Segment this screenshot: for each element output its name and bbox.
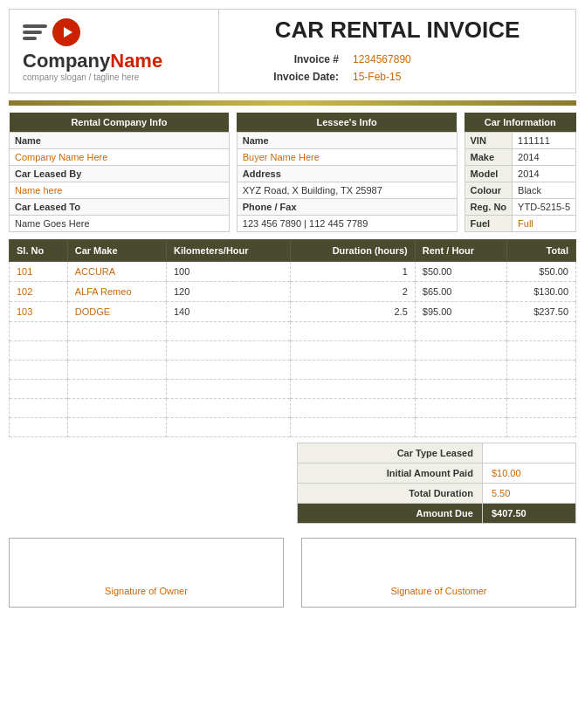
- invoice-date-label: Invoice Date:: [232, 68, 346, 86]
- rc-leased-to-label: Car Leased To: [10, 199, 230, 216]
- rc-leased-by-value: Name here: [10, 182, 230, 199]
- logo-icon-group: [23, 18, 80, 46]
- col-slno: Sl. No: [10, 240, 68, 262]
- le-row-5: Phone / Fax: [237, 199, 457, 216]
- sum-amount-due-label: Amount Due: [298, 504, 483, 524]
- item-3-rent: $95.00: [415, 302, 507, 322]
- col-duration: Duration (hours): [290, 240, 415, 262]
- item-row-2: 102 ALFA Remeo 120 2 $65.00 $130.00: [10, 282, 576, 302]
- car-fuel-label: Fuel: [465, 216, 513, 232]
- car-vin-row: VIN 111111: [465, 133, 575, 149]
- owner-signature-label: Signature of Owner: [20, 586, 272, 596]
- le-fax-value: 112 445 7789: [309, 218, 368, 229]
- invoice-number-label: Invoice #: [232, 51, 346, 68]
- le-row-1: Name: [237, 133, 457, 149]
- item-3-km: 140: [166, 302, 290, 322]
- items-header-row: Sl. No Car Make Kilometers/Hour Duration…: [10, 240, 576, 262]
- rc-leased-to-value: Name Goes Here: [10, 216, 230, 232]
- customer-signature-label: Signature of Customer: [313, 586, 565, 596]
- car-regno-row: Reg. No YTD-5215-5: [465, 199, 575, 216]
- item-2-total: $130.00: [507, 282, 576, 302]
- rc-row-1: Name: [10, 133, 230, 149]
- item-1-make: ACCURA: [67, 262, 166, 282]
- car-regno-value: YTD-5215-5: [513, 199, 576, 216]
- le-address-label: Address: [237, 166, 457, 182]
- rc-name-value: Company Name Here: [10, 149, 230, 166]
- item-3-total: $237.50: [507, 302, 576, 322]
- item-3-make: DODGE: [67, 302, 166, 322]
- company-logo-section: CompanyName company slogan / tagline her…: [10, 10, 219, 93]
- car-colour-row: Colour Black: [465, 182, 575, 199]
- le-row-2: Buyer Name Here: [237, 149, 457, 166]
- rc-name-label: Name: [10, 133, 230, 149]
- logo-lines: [23, 24, 47, 40]
- empty-row-5: [10, 399, 576, 418]
- summary-amount-due-row: Amount Due $407.50: [298, 504, 576, 524]
- invoice-number-value: 1234567890: [346, 51, 562, 68]
- rental-company-heading: Rental Company Info: [10, 113, 230, 133]
- le-row-3: Address: [237, 166, 457, 182]
- lessee-heading: Lessee's Info: [237, 113, 457, 133]
- invoice-info: CAR RENTAL INVOICE Invoice # 1234567890 …: [219, 10, 575, 93]
- car-info-heading: Car Information: [465, 113, 575, 133]
- rc-row-3: Car Leased By: [10, 166, 230, 182]
- car-make-row: Make 2014: [465, 149, 575, 166]
- car-info-table: Car Information VIN 111111 Make 2014 Mod…: [465, 113, 576, 232]
- empty-row-3: [10, 361, 576, 380]
- empty-row-6: [10, 418, 576, 437]
- col-total: Total: [507, 240, 576, 262]
- le-phone-value: 123 456 7890 | 112 445 7789: [237, 216, 457, 232]
- item-2-make: ALFA Remeo: [67, 282, 166, 302]
- summary-table: Car Type Leased Initial Amount Paid $10.…: [297, 443, 576, 524]
- rc-row-5: Car Leased To: [10, 199, 230, 216]
- le-phone-label: Phone / Fax: [237, 199, 457, 216]
- item-row-1: 101 ACCURA 100 1 $50.00 $50.00: [10, 262, 576, 282]
- color-stripe: [9, 100, 576, 106]
- car-make-label: Make: [465, 149, 513, 166]
- sum-duration-label: Total Duration: [298, 484, 483, 504]
- sum-car-type-label: Car Type Leased: [298, 443, 483, 464]
- signatures-section: Signature of Owner Signature of Customer: [9, 538, 576, 608]
- invoice-number-row: Invoice # 1234567890: [232, 51, 562, 68]
- customer-signature-box: Signature of Customer: [301, 538, 576, 608]
- summary-initial-row: Initial Amount Paid $10.00: [298, 464, 576, 484]
- car-colour-label: Colour: [465, 182, 513, 199]
- car-fuel-value: Full: [513, 216, 576, 232]
- sum-amount-due-value: $407.50: [482, 504, 575, 524]
- item-2-duration: 2: [290, 282, 415, 302]
- item-2-sl: 102: [10, 282, 68, 302]
- car-model-row: Model 2014: [465, 166, 575, 182]
- invoice-fields: Invoice # 1234567890 Invoice Date: 15-Fe…: [232, 51, 562, 86]
- logo-line-3: [23, 37, 37, 40]
- invoice-header: CompanyName company slogan / tagline her…: [9, 9, 576, 93]
- company-tagline: company slogan / tagline here: [23, 72, 139, 82]
- rc-leased-by-label: Car Leased By: [10, 166, 230, 182]
- invoice-date-row: Invoice Date: 15-Feb-15: [232, 68, 562, 86]
- sum-duration-value: 5.50: [482, 484, 575, 504]
- summary-wrapper: Car Type Leased Initial Amount Paid $10.…: [9, 443, 576, 524]
- item-3-sl: 103: [10, 302, 68, 322]
- invoice-date-value: 15-Feb-15: [346, 68, 562, 86]
- empty-row-4: [10, 380, 576, 399]
- invoice-title: CAR RENTAL INVOICE: [232, 17, 562, 44]
- items-table: Sl. No Car Make Kilometers/Hour Duration…: [9, 239, 576, 437]
- col-km: Kilometers/Hour: [166, 240, 290, 262]
- item-row-3: 103 DODGE 140 2.5 $95.00 $237.50: [10, 302, 576, 322]
- summary-car-type-row: Car Type Leased: [298, 443, 576, 464]
- item-2-km: 120: [166, 282, 290, 302]
- company-name-red: Name: [110, 50, 162, 72]
- logo-line-2: [23, 31, 42, 34]
- item-1-km: 100: [166, 262, 290, 282]
- item-3-duration: 2.5: [290, 302, 415, 322]
- item-1-total: $50.00: [507, 262, 576, 282]
- le-row-6: 123 456 7890 | 112 445 7789: [237, 216, 457, 232]
- rc-row-6: Name Goes Here: [10, 216, 230, 232]
- sum-car-type-value: [482, 443, 575, 464]
- car-model-label: Model: [465, 166, 513, 182]
- le-row-4: XYZ Road, X Building, TX 25987: [237, 182, 457, 199]
- logo-line-1: [23, 24, 47, 28]
- sum-initial-value: $10.00: [482, 464, 575, 484]
- le-name-value: Buyer Name Here: [237, 149, 457, 166]
- car-make-value: 2014: [513, 149, 576, 166]
- col-make: Car Make: [67, 240, 166, 262]
